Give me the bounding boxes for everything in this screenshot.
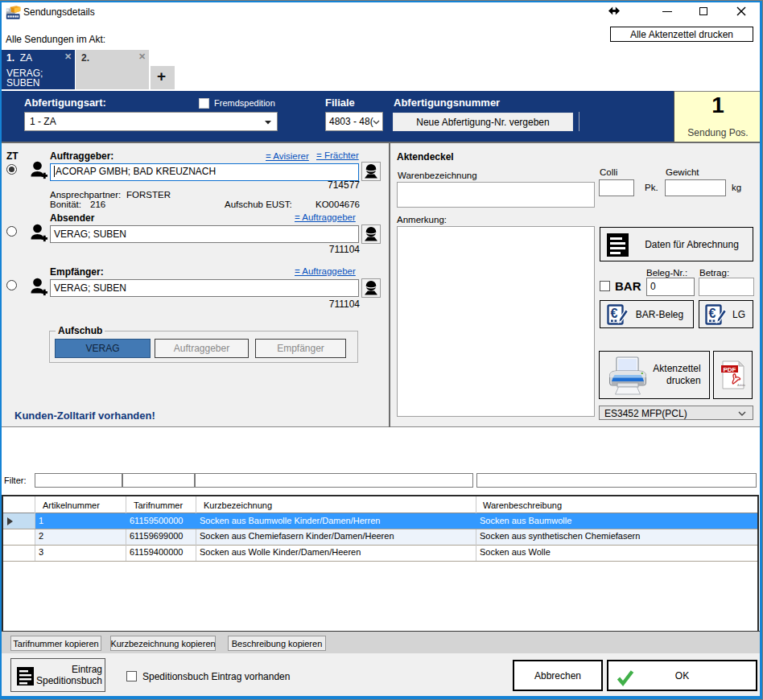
svg-text:€: € <box>709 307 716 320</box>
svg-text:€: € <box>611 307 618 320</box>
svg-text:PDF: PDF <box>723 366 736 373</box>
svg-text:Adobe: Adobe <box>737 383 745 387</box>
